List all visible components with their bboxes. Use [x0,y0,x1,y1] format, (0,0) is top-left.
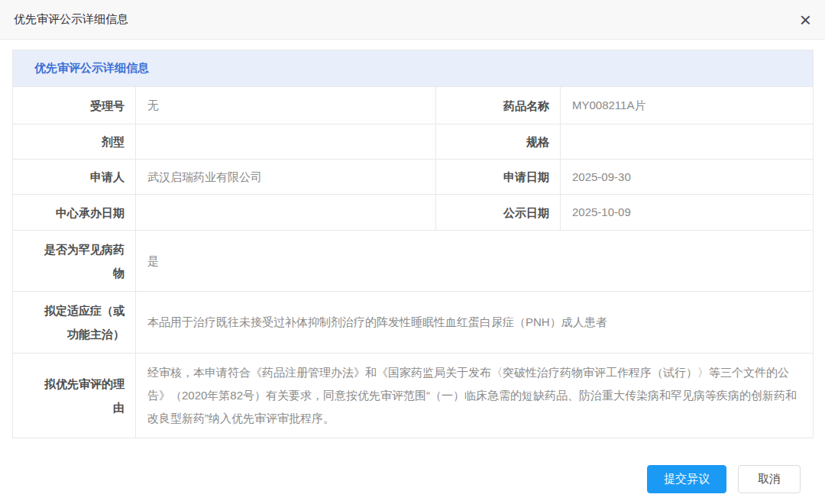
table-section-title: 优先审评公示详细信息 [13,50,814,87]
field-value-applicant: 武汉启瑞药业有限公司 [136,160,436,195]
field-value-application-date: 2025-09-30 [561,160,814,195]
field-value-rare-disease-drug: 是 [136,231,814,292]
field-value-acceptance-no: 无 [136,87,436,124]
table-section-header-row: 优先审评公示详细信息 [13,50,814,87]
field-label-proposed-indication: 拟定适应症（或功能主治） [13,292,136,354]
dialog-body: 优先审评公示详细信息 受理号 无 药品名称 MY008211A片 剂型 规格 申… [0,40,825,493]
close-icon[interactable]: × [800,11,811,28]
table-row: 拟定适应症（或功能主治） 本品用于治疗既往未接受过补体抑制剂治疗的阵发性睡眠性血… [13,292,814,354]
cancel-button[interactable]: 取消 [738,465,801,493]
field-value-priority-review-reason: 经审核，本申请符合《药品注册管理办法》和《国家药监局关于发布〈突破性治疗药物审评… [136,354,814,438]
dialog-header: 优先审评公示详细信息 × [0,0,825,40]
field-label-dosage-form: 剂型 [13,124,136,160]
field-value-drug-name: MY008211A片 [561,87,814,124]
table-row: 是否为罕见病药物 是 [13,231,814,292]
dialog-title: 优先审评公示详细信息 [14,12,128,27]
table-row: 剂型 规格 [13,124,814,160]
field-label-application-date: 申请日期 [436,160,561,195]
detail-table: 优先审评公示详细信息 受理号 无 药品名称 MY008211A片 剂型 规格 申… [12,50,814,438]
dialog-footer: 提交异议 取消 [12,438,813,493]
field-label-acceptance-no: 受理号 [13,87,136,124]
submit-objection-button[interactable]: 提交异议 [647,465,726,493]
field-label-rare-disease-drug: 是否为罕见病药物 [13,231,136,292]
field-label-specification: 规格 [436,124,561,160]
field-value-specification [561,124,814,160]
table-row: 中心承办日期 公示日期 2025-10-09 [13,195,814,231]
field-value-center-undertake-date [136,195,436,231]
field-label-center-undertake-date: 中心承办日期 [13,195,136,231]
table-row: 申请人 武汉启瑞药业有限公司 申请日期 2025-09-30 [13,160,814,195]
field-label-priority-review-reason: 拟优先审评的理由 [13,354,136,438]
table-row: 拟优先审评的理由 经审核，本申请符合《药品注册管理办法》和《国家药监局关于发布〈… [13,354,814,438]
field-value-dosage-form [136,124,436,160]
field-label-applicant: 申请人 [13,160,136,195]
field-label-publicity-date: 公示日期 [436,195,561,231]
field-value-proposed-indication: 本品用于治疗既往未接受过补体抑制剂治疗的阵发性睡眠性血红蛋白尿症（PNH）成人患… [136,292,814,354]
field-label-drug-name: 药品名称 [436,87,561,124]
field-value-publicity-date: 2025-10-09 [561,195,814,231]
priority-review-detail-dialog: 优先审评公示详细信息 × 优先审评公示详细信息 受理号 无 药品名称 MY008… [0,0,825,493]
table-row: 受理号 无 药品名称 MY008211A片 [13,87,814,124]
